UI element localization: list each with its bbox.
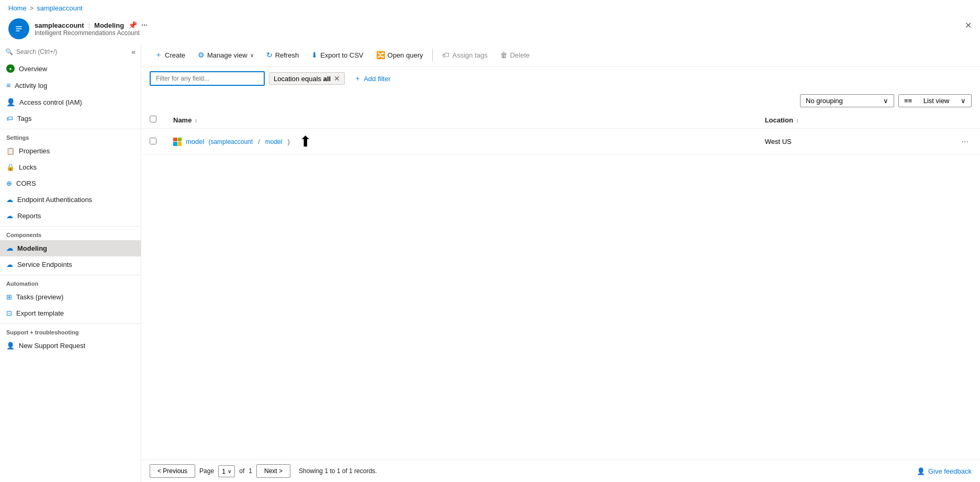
header-divider: | <box>88 21 90 29</box>
sidebar-item-export-template[interactable]: ⊡ Export template <box>0 305 141 321</box>
ms-icon <box>173 138 182 146</box>
sidebar-item-label: Modeling <box>17 244 47 252</box>
sidebar-item-tasks[interactable]: ⊞ Tasks (preview) <box>0 289 141 305</box>
access-control-icon: 👤 <box>6 98 15 106</box>
account-name: sampleaccount <box>35 21 84 29</box>
location-column-header[interactable]: Location ↕ <box>757 111 950 129</box>
page-select[interactable]: 1 ∨ <box>218 465 235 477</box>
service-endpoints-icon: ☁ <box>6 261 13 268</box>
sidebar-item-label: Endpoint Authentications <box>17 196 92 204</box>
row-checkbox[interactable] <box>150 138 156 144</box>
sidebar-item-label: Export template <box>16 309 64 317</box>
sidebar-item-cors[interactable]: ⊕ CORS <box>0 175 141 192</box>
view-dropdown[interactable]: ≡≡ List view ∨ <box>898 94 972 107</box>
sidebar-item-endpoint-auth[interactable]: ☁ Endpoint Authentications <box>0 192 141 208</box>
page-title: Modeling <box>94 21 124 29</box>
breadcrumb-account[interactable]: sampleaccount <box>37 4 82 12</box>
add-filter-button[interactable]: ＋ Add filter <box>349 72 396 85</box>
sidebar-item-service-endpoints[interactable]: ☁ Service Endpoints <box>0 256 141 273</box>
export-template-icon: ⊡ <box>6 309 12 317</box>
sidebar-item-label: Reports <box>17 212 41 220</box>
filter-input[interactable] <box>150 71 265 86</box>
manage-view-chevron: ∨ <box>250 52 254 58</box>
grouping-label: No grouping <box>806 97 843 105</box>
sidebar-item-reports[interactable]: ☁ Reports <box>0 208 141 224</box>
breadcrumb-sep: > <box>30 4 34 12</box>
name-column-header[interactable]: Name ↕ <box>165 111 757 129</box>
reports-icon: ☁ <box>6 212 13 220</box>
resource-path-account[interactable]: (sampleaccount <box>208 138 253 145</box>
activity-log-icon: ≡ <box>6 81 10 89</box>
resource-path-resource[interactable]: model <box>265 138 283 145</box>
row-name-cell: model (sampleaccount / model ) ⬆ <box>165 129 757 155</box>
view-label: List view <box>923 97 950 105</box>
search-input[interactable] <box>16 48 128 55</box>
grouping-dropdown[interactable]: No grouping ∨ <box>800 94 894 107</box>
manage-view-button[interactable]: ⚙ Manage view ∨ <box>193 48 259 62</box>
name-sort-icon: ↕ <box>195 118 197 124</box>
sidebar-item-access-control[interactable]: 👤 Access control (IAM) <box>0 94 141 110</box>
section-automation: Automation <box>0 275 141 289</box>
sidebar-item-new-support[interactable]: 👤 New Support Request <box>0 338 141 354</box>
sidebar-item-properties[interactable]: 📋 Properties <box>0 143 141 159</box>
create-button[interactable]: ＋ Create <box>150 48 190 62</box>
table-toolbar-controls: No grouping ∨ ≡≡ List view ∨ <box>141 90 980 111</box>
select-all-checkbox[interactable] <box>150 116 156 122</box>
collapse-icon[interactable]: « <box>131 48 136 56</box>
sidebar-item-label: Overview <box>19 65 47 73</box>
filter-tag-text: Location equals all <box>274 75 331 83</box>
pagination: < Previous Page 1 ∨ of 1 Next > Showing … <box>141 459 980 482</box>
export-csv-icon: ⬇ <box>311 51 318 59</box>
toolbar-separator <box>432 49 433 61</box>
delete-button[interactable]: 🗑 Delete <box>495 48 535 62</box>
add-filter-icon: ＋ <box>354 74 361 83</box>
open-query-button[interactable]: 🔀 Open query <box>371 48 429 62</box>
page-chevron: ∨ <box>228 468 231 474</box>
sidebar-item-label: Tasks (preview) <box>16 293 63 301</box>
showing-text: Showing 1 to 1 of 1 records. <box>299 467 377 475</box>
sidebar-item-activity-log[interactable]: ≡ Activity log <box>0 77 141 94</box>
row-location-cell: West US <box>757 129 950 155</box>
sidebar-item-label: Service Endpoints <box>17 261 72 268</box>
export-csv-button[interactable]: ⬇ Export to CSV <box>306 48 368 62</box>
sidebar-item-locks[interactable]: 🔒 Locks <box>0 159 141 175</box>
view-icon: ≡≡ <box>904 97 912 105</box>
sidebar-item-label: Activity log <box>15 82 47 89</box>
table-row: model (sampleaccount / model ) ⬆ West US… <box>141 129 980 155</box>
total-pages: 1 <box>249 467 252 475</box>
manage-view-icon: ⚙ <box>198 51 205 59</box>
sidebar-item-label: CORS <box>16 180 36 187</box>
more-icon[interactable]: ··· <box>141 21 148 29</box>
locks-icon: 🔒 <box>6 163 15 171</box>
page-value: 1 <box>222 467 226 475</box>
sidebar-item-label: Properties <box>19 147 50 155</box>
resource-name-link[interactable]: model <box>186 138 204 145</box>
header-subtitle: Intelligent Recommendations Account <box>35 29 148 37</box>
search-icon: 🔍 <box>5 48 13 55</box>
sidebar-item-tags[interactable]: 🏷 Tags <box>0 110 141 127</box>
filter-tag-remove[interactable]: ✕ <box>334 74 340 83</box>
breadcrumb-home[interactable]: Home <box>8 4 27 12</box>
filter-tag: Location equals all ✕ <box>269 72 345 85</box>
section-components: Components <box>0 226 141 240</box>
sidebar-item-overview[interactable]: ● Overview <box>0 60 141 77</box>
table-area: No grouping ∨ ≡≡ List view ∨ <box>141 90 980 459</box>
breadcrumb: Home > sampleaccount <box>0 0 980 16</box>
cors-icon: ⊕ <box>6 180 12 187</box>
tags-icon: 🏷 <box>6 115 13 122</box>
select-all-header <box>141 111 165 129</box>
row-more-button[interactable]: ··· <box>959 136 972 148</box>
assign-tags-button[interactable]: 🏷 Assign tags <box>437 48 492 62</box>
pin-icon[interactable]: 📌 <box>128 21 137 29</box>
refresh-button[interactable]: ↻ Refresh <box>261 48 305 62</box>
new-support-icon: 👤 <box>6 342 15 350</box>
resource-path-close: ) <box>287 138 289 145</box>
row-checkbox-cell <box>141 129 165 155</box>
previous-button[interactable]: < Previous <box>150 464 195 478</box>
give-feedback-button[interactable]: 👤 Give feedback <box>917 467 972 475</box>
toolbar: ＋ Create ⚙ Manage view ∨ ↻ Refresh ⬇ Exp… <box>141 43 980 67</box>
next-button[interactable]: Next > <box>256 464 290 478</box>
sidebar-item-modeling[interactable]: ☁ Modeling <box>0 240 141 256</box>
overview-icon: ● <box>6 64 15 73</box>
close-button[interactable]: ✕ <box>965 20 972 30</box>
